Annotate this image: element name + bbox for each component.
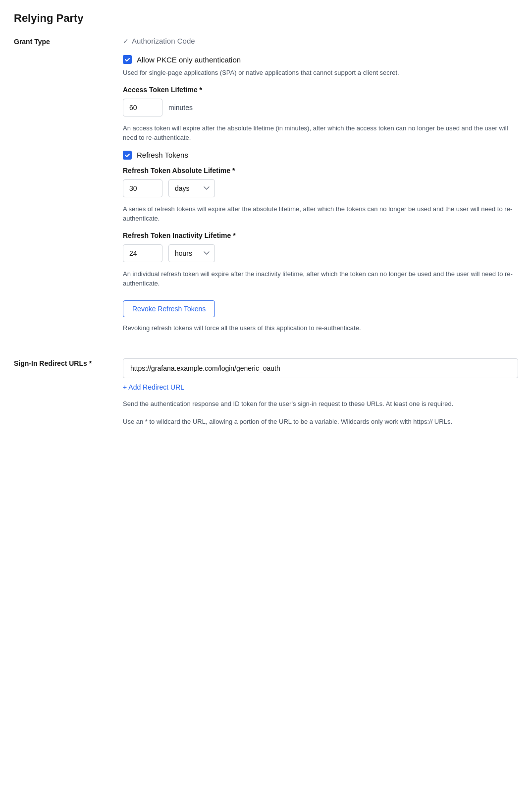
access-token-unit: minutes	[168, 104, 193, 112]
sign-in-redirect-label: Sign-In Redirect URLs *	[14, 358, 123, 434]
page-title: Relying Party	[14, 12, 518, 25]
access-token-helper-text: An access token will expire after the ab…	[123, 123, 518, 143]
refresh-inactivity-input-group: minutes hours days	[123, 244, 518, 262]
sign-in-redirect-row: Sign-In Redirect URLs * + Add Redirect U…	[14, 358, 518, 434]
pkce-label: Allow PKCE only authentication	[137, 56, 241, 64]
refresh-tokens-checkbox[interactable]	[123, 151, 132, 160]
grant-type-row: Grant Type ✓ Authorization Code Allow PK…	[14, 37, 518, 346]
refresh-inactivity-unit-select[interactable]: minutes hours days	[168, 244, 215, 262]
grant-type-label: Grant Type	[14, 37, 123, 346]
add-redirect-url-button[interactable]: + Add Redirect URL	[123, 383, 184, 391]
access-token-field-label: Access Token Lifetime *	[123, 86, 518, 94]
refresh-inactivity-helper-text: An individual refresh token will expire …	[123, 269, 518, 288]
grant-type-content: ✓ Authorization Code Allow PKCE only aut…	[123, 37, 518, 346]
access-token-input-group: minutes	[123, 99, 518, 116]
refresh-absolute-field-label: Refresh Token Absolute Lifetime *	[123, 167, 518, 174]
redirect-url-input[interactable]	[123, 358, 518, 378]
refresh-inactivity-field-label: Refresh Token Inactivity Lifetime *	[123, 231, 518, 239]
revoke-refresh-tokens-button[interactable]: Revoke Refresh Tokens	[123, 300, 215, 317]
revoke-helper-text: Revoking refresh tokens will force all t…	[123, 323, 518, 333]
pkce-checkbox[interactable]	[123, 55, 132, 64]
pkce-checkbox-row[interactable]: Allow PKCE only authentication	[123, 55, 518, 64]
grant-type-text: Authorization Code	[132, 37, 195, 45]
refresh-absolute-helper-text: A series of refresh tokens will expire a…	[123, 204, 518, 224]
redirect-helper-text-2: Use an * to wildcard the URL, allowing a…	[123, 417, 518, 427]
refresh-tokens-label: Refresh Tokens	[137, 151, 188, 159]
refresh-tokens-checkbox-row[interactable]: Refresh Tokens	[123, 151, 518, 160]
sign-in-redirect-content: + Add Redirect URL Send the authenticati…	[123, 358, 518, 434]
refresh-absolute-unit-select[interactable]: minutes hours days	[168, 179, 215, 197]
refresh-tokens-section: Refresh Tokens Refresh Token Absolute Li…	[123, 151, 518, 333]
refresh-absolute-input-group: minutes hours days	[123, 179, 518, 197]
redirect-helper-text-1: Send the authentication response and ID …	[123, 399, 518, 409]
pkce-helper-text: Used for single-page applications (SPA) …	[123, 68, 518, 78]
refresh-inactivity-input[interactable]	[123, 244, 162, 262]
grant-type-value: ✓ Authorization Code	[123, 37, 518, 45]
refresh-absolute-input[interactable]	[123, 179, 162, 197]
checkmark-icon: ✓	[123, 37, 129, 45]
access-token-input[interactable]	[123, 99, 162, 116]
